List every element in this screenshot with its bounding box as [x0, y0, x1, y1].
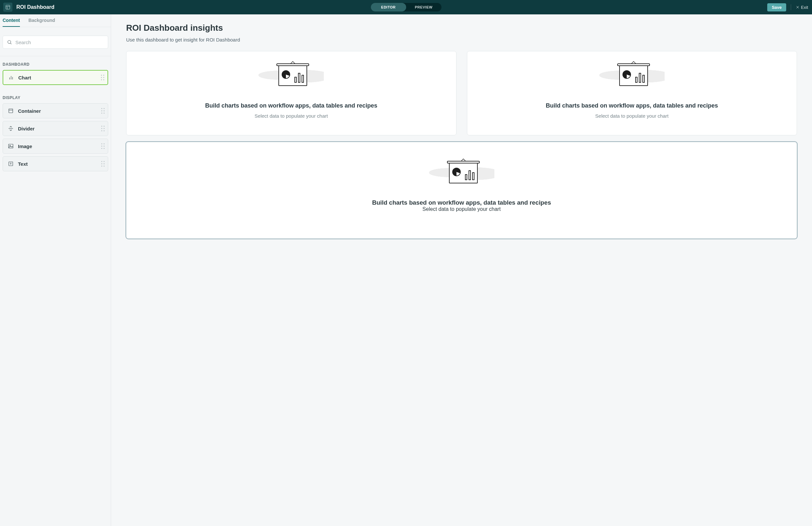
topbar-left: ROI Dashboard	[3, 3, 54, 12]
drag-handle-icon[interactable]	[101, 143, 104, 149]
topbar: ROI Dashboard EDITOR PREVIEW Save Exit	[0, 0, 812, 14]
app-title: ROI Dashboard	[16, 4, 54, 10]
svg-rect-13	[9, 144, 13, 148]
sidebar-tabs: Content Background	[0, 14, 111, 27]
block-chart-label: Chart	[18, 75, 31, 81]
block-divider[interactable]: Divider	[3, 121, 108, 136]
chart-placeholder-card[interactable]: Build charts based on workflow apps, dat…	[126, 51, 456, 136]
block-text[interactable]: Text	[3, 156, 108, 171]
container-icon	[8, 108, 14, 114]
block-container[interactable]: Container	[3, 103, 108, 118]
mode-switch: EDITOR PREVIEW	[371, 3, 441, 12]
chart-placeholder-card[interactable]: Build charts based on workflow apps, dat…	[467, 51, 797, 136]
mode-editor[interactable]: EDITOR	[371, 3, 406, 12]
text-icon	[8, 160, 14, 167]
chart-placeholder-illustration	[583, 65, 681, 86]
card-title: Build charts based on workflow apps, dat…	[479, 102, 785, 110]
svg-rect-0	[6, 5, 10, 9]
svg-rect-10	[9, 109, 13, 113]
section-dashboard: DASHBOARD	[0, 56, 111, 70]
card-subtitle: Select data to populate your chart	[479, 113, 785, 119]
chart-placeholder-illustration	[242, 65, 340, 86]
search-icon	[7, 40, 12, 45]
exit-button[interactable]: Exit	[796, 5, 808, 10]
chart-placeholder-illustration	[413, 162, 511, 183]
block-image[interactable]: Image	[3, 139, 108, 154]
divider	[791, 4, 791, 10]
topbar-right: Save Exit	[767, 3, 808, 12]
svg-point-5	[8, 41, 11, 43]
canvas: ROI Dashboard insights Use this dashboar…	[111, 14, 812, 526]
divider-icon	[8, 125, 14, 132]
svg-line-6	[11, 43, 12, 44]
block-container-label: Container	[18, 108, 41, 114]
drag-handle-icon[interactable]	[101, 161, 104, 167]
block-text-label: Text	[18, 161, 28, 167]
search-box[interactable]	[3, 35, 108, 49]
page-title: ROI Dashboard insights	[126, 23, 797, 33]
card-subtitle: Select data to populate your chart	[138, 113, 445, 119]
save-button[interactable]: Save	[767, 3, 786, 12]
app-logo-icon[interactable]	[3, 3, 12, 12]
exit-label: Exit	[801, 5, 808, 10]
drag-handle-icon[interactable]	[101, 108, 104, 114]
chart-placeholder-card-selected[interactable]: Build charts based on workflow apps, dat…	[126, 142, 797, 239]
close-icon	[796, 5, 800, 9]
block-image-label: Image	[18, 143, 32, 149]
card-subtitle: Select data to populate your chart	[138, 206, 785, 212]
block-divider-label: Divider	[18, 126, 35, 131]
card-title: Build charts based on workflow apps, dat…	[138, 199, 785, 206]
drag-handle-icon[interactable]	[101, 126, 104, 131]
image-icon	[8, 143, 14, 150]
mode-preview[interactable]: PREVIEW	[406, 3, 441, 12]
sidebar: Content Background DASHBOARD Chart DISPL…	[0, 14, 111, 526]
section-display: DISPLAY	[0, 89, 111, 103]
tab-background[interactable]: Background	[28, 14, 55, 27]
tab-content[interactable]: Content	[3, 14, 20, 27]
search-input[interactable]	[15, 40, 104, 45]
card-title: Build charts based on workflow apps, dat…	[138, 102, 445, 110]
bar-chart-icon	[8, 74, 14, 81]
page-subtitle: Use this dashboard to get insight for RO…	[126, 37, 797, 43]
block-chart[interactable]: Chart	[3, 70, 108, 85]
drag-handle-icon[interactable]	[101, 75, 104, 81]
